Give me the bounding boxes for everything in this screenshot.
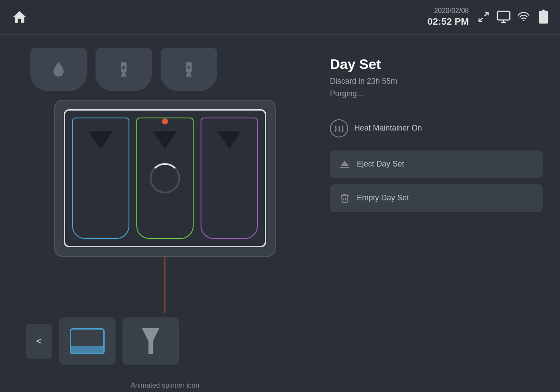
svg-rect-2 xyxy=(497,12,510,20)
day-set-subtitle: Discard in 23h 55m Purging... xyxy=(330,75,543,100)
battery-icon xyxy=(536,9,551,25)
header: 2020/02/08 02:52 PM xyxy=(0,0,560,35)
device-container xyxy=(54,100,276,313)
datetime-display: 2020/02/08 02:52 PM xyxy=(428,7,469,28)
svg-marker-15 xyxy=(340,161,349,166)
svg-point-5 xyxy=(523,20,524,22)
svg-rect-12 xyxy=(188,66,191,69)
heat-maintainer-item: Heat Maintainer On xyxy=(330,113,543,144)
empty-label: Empty Day Set xyxy=(357,193,409,203)
trash-icon xyxy=(339,192,351,204)
back-button[interactable]: < xyxy=(26,324,52,359)
resize-icon xyxy=(476,9,491,25)
header-right: 2020/02/08 02:52 PM xyxy=(428,7,551,28)
heat-maintainer-icon xyxy=(330,119,348,137)
day-set-title: Day Set xyxy=(330,56,543,72)
date-text: 2020/02/08 xyxy=(428,7,469,16)
time-text: 02:52 PM xyxy=(428,16,469,28)
connector-line xyxy=(165,257,165,313)
status-icons xyxy=(476,9,551,25)
svg-rect-10 xyxy=(122,66,125,69)
svg-rect-16 xyxy=(340,167,349,168)
device-outer xyxy=(54,100,276,257)
top-icons-row xyxy=(30,48,313,91)
status-label: Purging... xyxy=(330,89,363,98)
right-panel: Day Set Discard in 23h 55m Purging... He… xyxy=(330,48,543,379)
water-level-button[interactable] xyxy=(59,317,115,365)
dispenser-slot-badge-1 xyxy=(96,48,152,91)
svg-line-1 xyxy=(479,18,483,22)
svg-marker-13 xyxy=(142,328,159,354)
left-panel: < Animated spinner icon xyxy=(17,48,313,379)
water-level-icon xyxy=(70,328,105,354)
annotation-text: Animated spinner icon xyxy=(17,382,313,389)
discard-label: Discard in 23h 55m xyxy=(330,77,397,85)
wifi-icon xyxy=(516,9,531,25)
dispenser-slot-badge-2 xyxy=(161,48,217,91)
slot-blue xyxy=(72,118,129,239)
display-icon xyxy=(496,9,511,25)
eject-day-set-button[interactable]: Eject Day Set xyxy=(330,150,543,178)
bottom-controls: < xyxy=(22,317,313,365)
funnel-icon xyxy=(140,326,161,356)
svg-rect-6 xyxy=(539,11,547,23)
filter-button[interactable] xyxy=(122,317,179,365)
home-button[interactable] xyxy=(9,7,30,28)
annotation-area: Animated spinner icon xyxy=(17,378,313,389)
slot-green xyxy=(136,118,194,239)
connector-dot xyxy=(162,118,168,124)
empty-day-set-button[interactable]: Empty Day Set xyxy=(330,184,543,212)
svg-line-0 xyxy=(484,13,488,16)
slot-purple xyxy=(201,118,258,239)
eject-label: Eject Day Set xyxy=(357,160,404,169)
main-content: < Animated spinner icon Day Set Discard xyxy=(0,35,560,392)
water-fill xyxy=(71,346,103,353)
spinner-icon xyxy=(150,163,180,193)
device-inner xyxy=(64,109,266,247)
heat-maintainer-label: Heat Maintainer On xyxy=(354,124,422,133)
eject-icon xyxy=(339,158,351,170)
water-slot-badge xyxy=(30,48,87,91)
